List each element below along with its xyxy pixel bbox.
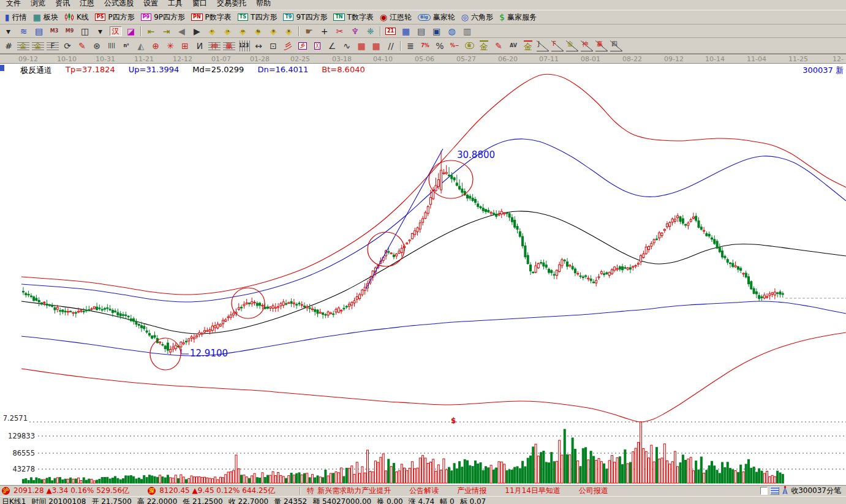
percent-tool[interactable]: % [432, 39, 447, 53]
red-grid-arrow-tool[interactable]: ▦ [369, 39, 383, 53]
diamond-right-button[interactable]: ◈→ [220, 25, 235, 37]
parallel-lines-tool[interactable]: // [383, 39, 398, 53]
p-square-button[interactable]: PSP四方形 [92, 12, 138, 23]
percent-line-tool[interactable]: %− [447, 39, 462, 53]
news-item-0[interactable]: 特新兴需求助力产业提升 [307, 486, 391, 496]
n2-tool[interactable]: n² [119, 39, 134, 53]
clipboard-icon[interactable]: ▤ [31, 25, 47, 37]
news-item-2[interactable]: 产业情报 [457, 486, 486, 496]
last-page-button[interactable]: ⇥ [159, 25, 174, 37]
prev-button[interactable]: ◀ [174, 25, 189, 37]
calculator-icon[interactable]: ▦ [398, 25, 414, 37]
t-square-button[interactable]: TST四方形 [235, 12, 281, 23]
notepad-icon[interactable]: ▤ [414, 25, 429, 37]
wheel-tool[interactable]: ⊛ [89, 39, 104, 53]
matrix-tool[interactable]: ⊞ [178, 39, 192, 53]
menu-help[interactable]: 帮助 [251, 0, 276, 9]
ruler-ticks-tool[interactable]: ≣ [403, 39, 418, 53]
chart3-icon[interactable]: M3 [47, 25, 62, 37]
menu-tools[interactable]: 工具 [163, 0, 187, 9]
crosshair-tool[interactable]: + [317, 25, 332, 37]
diamond-left-button[interactable]: ◈← [205, 25, 220, 37]
gann-wheel-button[interactable]: ◉江恩轮 [377, 12, 415, 23]
gold-circle-tool[interactable]: 金 [462, 39, 477, 53]
winner-service-button[interactable]: $赢家服务 [496, 12, 540, 23]
target-tool[interactable]: ⊕ [148, 39, 163, 53]
gold-grid2-tool[interactable]: 金 [31, 39, 45, 53]
f-grid-tool[interactable]: F [45, 39, 60, 53]
t9-square-button[interactable]: T99T四方形 [280, 12, 330, 23]
chart-canvas[interactable]: 12983386555432787.257130.880012.9100$ [0, 64, 846, 485]
av-wave-tool[interactable]: AV [506, 39, 521, 53]
chart-area[interactable]: 12983386555432787.257130.880012.9100$ 极反… [0, 64, 846, 485]
gold-grid-tool[interactable]: 金 [16, 39, 31, 53]
shen-grid-tool[interactable]: 神 [207, 39, 222, 53]
gann-fan-tool[interactable]: 彡 [281, 39, 295, 53]
dragon-tool[interactable]: ❈ [363, 25, 378, 37]
pencil-tool[interactable]: ✎ [75, 39, 89, 53]
cross-box-tool[interactable]: ╳ [310, 39, 325, 53]
tick-data-label[interactable]: 收300037分笔 [791, 486, 841, 496]
width-arrows-tool[interactable]: ↔ [251, 39, 266, 53]
measure-tool[interactable]: ✂ [332, 25, 347, 37]
web-icon[interactable]: ◍ [444, 25, 459, 37]
kline-button[interactable]: K线 [61, 12, 92, 23]
diamond-star-button[interactable]: ◈✳ [266, 25, 281, 37]
news-item-4[interactable]: 公司报道 [579, 486, 608, 496]
gold-angle-tool[interactable]: 金 [565, 39, 580, 53]
f-angle-tool[interactable]: F [550, 39, 565, 53]
gann-fan-box-tool[interactable]: 彡 [295, 39, 310, 53]
gold-line-tool[interactable]: 金 [477, 39, 491, 53]
p9-square-button[interactable]: P99P四方形 [138, 12, 188, 23]
shen-angle-tool[interactable]: 神 [580, 39, 594, 53]
pencil-bar-tool[interactable]: ✎ [491, 39, 506, 53]
angle-rays-tool[interactable]: ∠ [325, 39, 339, 53]
ying-angle-tool[interactable]: 赢 [594, 39, 609, 53]
menu-file[interactable]: 文件 [1, 0, 26, 9]
news-item-1[interactable]: 公告解读 [409, 486, 439, 496]
ruler123-tool[interactable]: 123 [236, 39, 251, 53]
shanghai-index-quote[interactable]: 2091.28 ▲3.34 0.16% 529.56亿 [13, 486, 129, 496]
candle-style-icon[interactable]: ◫ [77, 25, 93, 37]
j-angle-tool[interactable]: J [535, 39, 550, 53]
candle-style-caret[interactable]: ▾ [93, 25, 108, 37]
stamp-tool[interactable]: ♆ [347, 25, 363, 37]
quotes-button[interactable]: ▮行情 [2, 12, 30, 23]
winner-wheel-button[interactable]: Big赢家轮 [415, 12, 458, 23]
diamond-expand-button[interactable]: ◈↔ [235, 25, 251, 37]
menu-settings[interactable]: 设置 [138, 0, 163, 9]
hexagon-button[interactable]: ◎六角形 [458, 12, 496, 23]
dropdown-caret[interactable]: ▾ [1, 25, 16, 37]
map-icon[interactable]: ≋ [16, 25, 31, 37]
percent7-tool[interactable]: 7% [418, 39, 432, 53]
menu-browse[interactable]: 浏览 [26, 0, 50, 9]
calendar-icon[interactable]: 21 [383, 25, 398, 37]
menu-trade[interactable]: 交易委托 [212, 0, 251, 9]
shenzhen-index-quote[interactable]: 8120.45 ▲9.45 0.12% 644.25亿 [159, 486, 275, 496]
histogram-icon[interactable]: ◪ [123, 25, 138, 37]
next-button[interactable]: ▶ [189, 25, 205, 37]
si-angle-tool[interactable]: 四 [609, 39, 624, 53]
menu-window[interactable]: 窗口 [187, 0, 212, 9]
web-tool[interactable]: ✳ [163, 39, 178, 53]
zigzag-tool[interactable]: ∿ [339, 39, 354, 53]
hand-tool[interactable]: ☛ [301, 25, 317, 37]
save-chart-icon[interactable]: ▣ [429, 25, 444, 37]
ruler-lines-tool[interactable]: |||| [104, 39, 119, 53]
grid-tool[interactable]: # [1, 39, 16, 53]
menu-news[interactable]: 资讯 [50, 0, 75, 9]
spiral-tool[interactable]: ⟳ [60, 39, 75, 53]
gold-redline-tool[interactable]: 金 [521, 39, 535, 53]
chart9-icon[interactable]: M9 [62, 25, 77, 37]
menu-formula-picker[interactable]: 公式选股 [99, 0, 138, 9]
n-mark-tool[interactable]: И [192, 39, 207, 53]
angle-flag-tool[interactable]: ◭ [134, 39, 148, 53]
printer-icon[interactable]: ▥ [459, 25, 475, 37]
news-item-3[interactable]: 11月14日早知道 [505, 486, 561, 496]
menu-gann[interactable]: 江恩 [75, 0, 99, 9]
status-input-field[interactable] [760, 487, 768, 495]
p-number-button[interactable]: PNP数字表 [188, 12, 235, 23]
hanzi-toggle[interactable]: 汉 [108, 25, 123, 37]
diamond-close-button[interactable]: ◈✕ [281, 25, 296, 37]
t-number-button[interactable]: TNT数字表 [330, 12, 377, 23]
